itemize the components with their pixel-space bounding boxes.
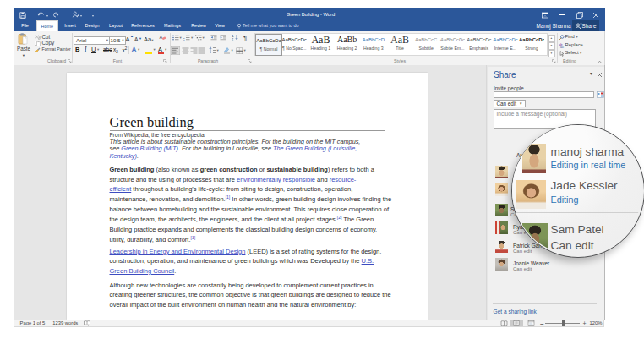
svg-text:ac: ac: [560, 45, 564, 49]
svg-text:Z: Z: [232, 38, 234, 41]
svg-text:3: 3: [183, 39, 185, 41]
svg-text:A: A: [160, 35, 163, 40]
svg-text:A: A: [232, 35, 234, 38]
